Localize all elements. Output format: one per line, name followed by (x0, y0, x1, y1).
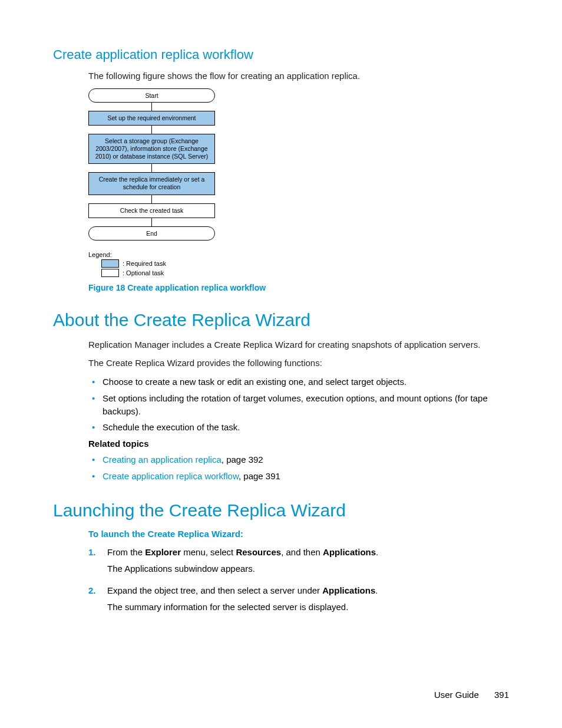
page-footer: User Guide 391 (434, 690, 509, 700)
flow-connector (151, 218, 152, 226)
ui-term: Applications (322, 585, 375, 595)
step-result: The Applications subwindow appears. (107, 562, 509, 576)
step-text: menu, select (181, 547, 236, 557)
heading-create-workflow: Create application replica workflow (53, 47, 509, 62)
footer-page-number: 391 (494, 690, 509, 700)
about-p2: The Create Replica Wizard provides the f… (88, 357, 509, 370)
legend-swatch-required (101, 259, 119, 268)
flow-start: Start (88, 88, 215, 103)
flow-connector (151, 195, 152, 203)
list-item: Schedule the execution of the task. (88, 421, 509, 434)
step-item: Expand the object tree, and then select … (88, 584, 509, 614)
page-ref: , page 392 (222, 454, 263, 465)
ui-term: Resources (236, 547, 281, 557)
step-text: . (376, 547, 378, 557)
figure-caption: Figure 18 Create application replica wor… (88, 283, 509, 292)
step-text: Expand the object tree, and then select … (107, 585, 322, 595)
about-p1: Replication Manager includes a Create Re… (88, 338, 509, 351)
footer-doc-title: User Guide (434, 690, 479, 700)
legend-swatch-optional (101, 269, 119, 277)
ui-term: Explorer (145, 547, 181, 557)
intro-text: The following figure shows the flow for … (88, 70, 509, 83)
functions-list: Choose to create a new task or edit an e… (88, 375, 509, 434)
legend: Legend: : Required task : Optional task (88, 251, 509, 277)
step-result: The summary information for the selected… (107, 601, 509, 614)
heading-launching-wizard: Launching the Create Replica Wizard (53, 500, 509, 521)
list-item: Create application replica workflow, pag… (88, 470, 509, 483)
legend-optional-label: : Optional task (123, 269, 164, 276)
legend-required-label: : Required task (123, 260, 166, 267)
flow-connector (151, 126, 152, 134)
step-text: From the (107, 547, 145, 557)
procedure-title: To launch the Create Replica Wizard: (88, 529, 509, 539)
flow-step-check: Check the created task (88, 203, 215, 218)
link-creating-replica[interactable]: Creating an application replica (103, 454, 222, 465)
ui-term: Applications (323, 547, 376, 557)
step-text: , and then (281, 547, 323, 557)
flow-step-setup: Set up the required environment (88, 111, 215, 126)
flow-step-create: Create the replica immediately or set a … (88, 172, 215, 195)
list-item: Set options including the rotation of ta… (88, 392, 509, 418)
page-ref: , page 391 (239, 471, 280, 481)
list-item: Creating an application replica, page 39… (88, 453, 509, 466)
link-create-workflow[interactable]: Create application replica workflow (103, 471, 239, 481)
steps-list: From the Explorer menu, select Resources… (88, 546, 509, 614)
legend-title: Legend: (88, 251, 509, 258)
flow-connector (151, 164, 152, 172)
flow-end: End (88, 226, 215, 241)
flow-step-select: Select a storage group (Exchange 2003/20… (88, 134, 215, 164)
related-topics-list: Creating an application replica, page 39… (88, 453, 509, 483)
step-item: From the Explorer menu, select Resources… (88, 546, 509, 576)
list-item: Choose to create a new task or edit an e… (88, 375, 509, 388)
related-topics-label: Related topics (88, 439, 509, 449)
heading-about-wizard: About the Create Replica Wizard (53, 310, 509, 330)
flowchart: Start Set up the required environment Se… (88, 88, 215, 241)
step-text: . (375, 585, 378, 595)
flow-connector (151, 103, 152, 111)
